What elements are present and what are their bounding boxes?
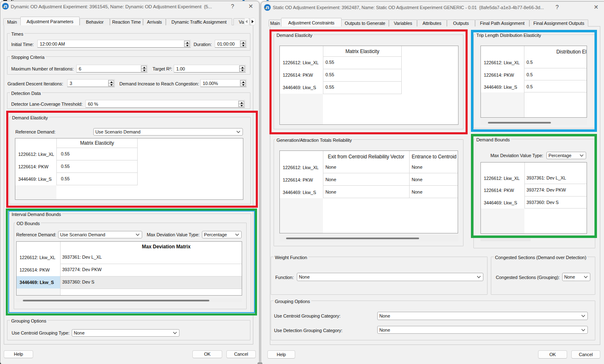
svg-text:n: n [4, 3, 7, 9]
svg-text:n: n [266, 4, 269, 10]
